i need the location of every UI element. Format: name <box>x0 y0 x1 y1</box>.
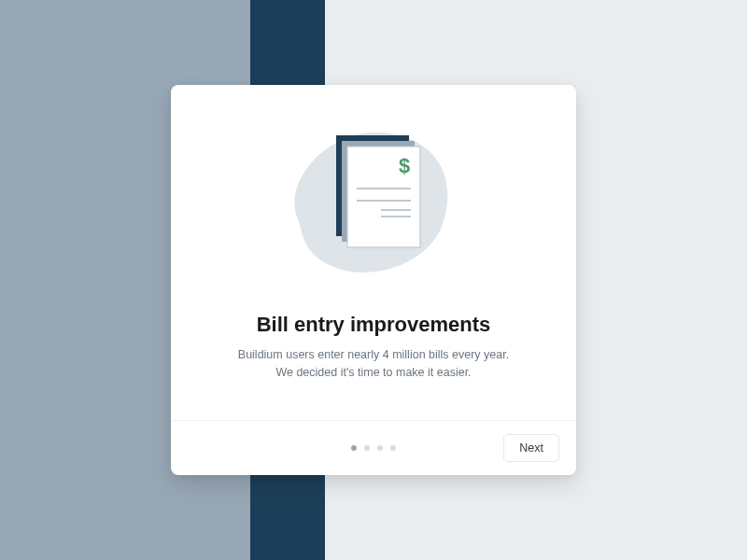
bill-document-icon: $ <box>271 119 476 287</box>
pagination-dot-3[interactable] <box>377 445 383 451</box>
subtitle-line-2: We decided it's time to make it easier. <box>275 366 471 379</box>
onboarding-modal: $ Bill entry improvements Buildium users… <box>171 85 576 475</box>
modal-body: $ Bill entry improvements Buildium users… <box>171 85 576 420</box>
pagination-dot-4[interactable] <box>390 445 396 451</box>
modal-footer: Next <box>171 420 576 475</box>
subtitle-line-1: Buildium users enter nearly 4 million bi… <box>238 348 509 361</box>
pagination-dot-1[interactable] <box>351 445 357 451</box>
next-button[interactable]: Next <box>503 434 559 462</box>
pagination-dots <box>351 445 396 451</box>
illustration-container: $ <box>208 119 539 287</box>
pagination-dot-2[interactable] <box>364 445 370 451</box>
svg-text:$: $ <box>399 154 410 177</box>
modal-title: Bill entry improvements <box>257 313 491 337</box>
modal-subtitle: Buildium users enter nearly 4 million bi… <box>238 346 509 383</box>
